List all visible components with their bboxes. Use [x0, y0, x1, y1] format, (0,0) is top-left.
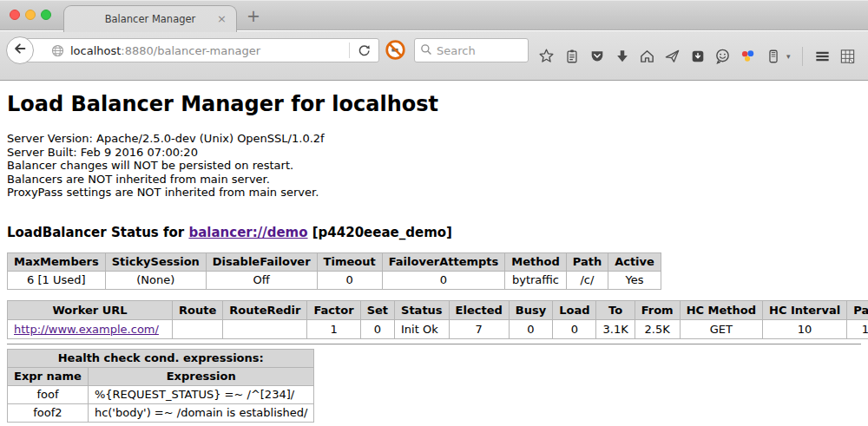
- col-disablefailover: DisableFailover: [206, 252, 317, 271]
- status-heading-suffix: [p4420eeae_demo]: [308, 225, 452, 240]
- cell-factor: 1: [307, 319, 360, 338]
- video-download-icon[interactable]: [689, 48, 706, 64]
- menu-hamburger-icon[interactable]: [814, 48, 831, 64]
- health-table-row: foof %{REQUEST_STATUS} =~ /^[234]/: [8, 385, 314, 403]
- toolbar-divider: [802, 47, 803, 66]
- overflow-caret-icon[interactable]: ▾: [786, 52, 791, 61]
- worker-table-row: http://www.example.com/ 1 0 Init Ok 7 0 …: [8, 319, 868, 338]
- col-routeredir: RouteRedir: [223, 300, 307, 319]
- col-expression: Expression: [88, 367, 314, 385]
- container-extension-icon[interactable]: [765, 48, 781, 64]
- cell-timeout: 0: [317, 271, 382, 289]
- reload-icon[interactable]: [357, 43, 372, 58]
- cell-expr-name-foof: foof: [8, 385, 89, 403]
- col-expr-name: Expr name: [8, 367, 89, 385]
- home-icon[interactable]: [639, 48, 655, 64]
- cell-busy: 0: [509, 319, 552, 338]
- search-input[interactable]: [437, 44, 523, 57]
- window-minimize-button[interactable]: [25, 10, 36, 20]
- health-table-row: foof2 hc('body') =~ /domain is establish…: [8, 403, 314, 422]
- cell-load: 0: [553, 319, 596, 338]
- col-status: Status: [395, 300, 450, 319]
- balancer-demo-link[interactable]: balancer://demo: [188, 225, 307, 240]
- cell-path: /c/: [566, 271, 608, 289]
- cell-method: bytraffic: [505, 271, 566, 289]
- health-table-caption: Health check cond. expressions:: [8, 349, 314, 367]
- pocket-icon[interactable]: [589, 48, 605, 64]
- server-built-line: Server Built: Feb 9 2016 07:00:20: [7, 146, 861, 160]
- tab-title: Balancer Manager: [105, 13, 196, 25]
- worker-table-header-row: Worker URL Route RouteRedir Factor Set S…: [8, 300, 868, 319]
- cell-elected: 7: [449, 319, 509, 338]
- bookmark-star-icon[interactable]: [538, 48, 555, 64]
- balancer-table-header-row: MaxMembers StickySession DisableFailover…: [8, 252, 661, 271]
- cell-status: Init Ok: [395, 319, 450, 338]
- col-hc-method: HC Method: [680, 300, 762, 319]
- col-set: Set: [360, 300, 394, 319]
- cell-hc-method: GET: [680, 319, 762, 338]
- cell-from: 2.5K: [635, 319, 680, 338]
- cell-maxmembers: 6 [1 Used]: [8, 271, 106, 289]
- col-timeout: Timeout: [317, 252, 382, 271]
- tab-bar: Balancer Manager × +: [0, 0, 868, 30]
- back-arrow-icon: [12, 41, 28, 60]
- cell-hc-interval: 10: [763, 319, 847, 338]
- window-close-button[interactable]: [10, 10, 20, 20]
- downloads-icon[interactable]: [614, 48, 630, 64]
- col-busy: Busy: [509, 300, 552, 319]
- proxypass-notice-line: ProxyPass settings are NOT inherited fro…: [7, 186, 861, 200]
- col-method: Method: [505, 252, 566, 271]
- browser-window: Balancer Manager × + localhost:8880/bala…: [0, 0, 868, 426]
- cell-failoverattempts: 0: [382, 271, 505, 289]
- col-load: Load: [553, 300, 596, 319]
- cell-to: 3.1K: [596, 319, 635, 338]
- worker-url-link[interactable]: http://www.example.com/: [14, 323, 159, 336]
- globe-icon: [51, 44, 64, 57]
- server-info: Server Version: Apache/2.5.0-dev (Unix) …: [7, 132, 861, 200]
- cell-expression-foof2: hc('body') =~ /domain is established/: [88, 403, 314, 422]
- balancers-notice-line: Balancers are NOT inherited from main se…: [7, 173, 861, 187]
- page-content: Load Balancer Manager for localhost Serv…: [0, 82, 868, 426]
- colored-dots-extension-icon[interactable]: [740, 48, 756, 64]
- health-table-header-row: Expr name Expression: [8, 367, 314, 385]
- worker-status-table: Worker URL Route RouteRedir Factor Set S…: [7, 300, 868, 339]
- chat-smiley-icon[interactable]: [714, 48, 731, 64]
- search-box[interactable]: [414, 38, 529, 62]
- col-path: Path: [566, 252, 608, 271]
- new-tab-button[interactable]: +: [244, 6, 263, 25]
- search-icon: [420, 43, 432, 59]
- health-check-table: Health check cond. expressions: Expr nam…: [7, 349, 314, 423]
- cell-set: 0: [360, 319, 394, 338]
- col-active: Active: [608, 252, 661, 271]
- toolbar-action-icons: ▾: [538, 31, 856, 81]
- tile-pages-icon[interactable]: [839, 48, 856, 64]
- window-zoom-button[interactable]: [41, 10, 51, 20]
- col-from: From: [635, 300, 680, 319]
- loadbalancer-status-heading: LoadBalancer Status for balancer://demo …: [7, 225, 861, 240]
- page-title: Load Balancer Manager for localhost: [7, 92, 861, 116]
- url-path: :8880/balancer-manager: [121, 44, 260, 57]
- back-button[interactable]: [6, 36, 34, 64]
- cell-expr-name-foof2: foof2: [8, 403, 89, 422]
- url-host: localhost: [70, 44, 121, 57]
- tab-balancer-manager[interactable]: Balancer Manager ×: [63, 5, 237, 32]
- cell-route: [173, 319, 223, 338]
- tab-close-icon[interactable]: ×: [217, 13, 227, 25]
- divider-rule: [7, 344, 861, 345]
- server-version-line: Server Version: Apache/2.5.0-dev (Unix) …: [7, 132, 861, 146]
- cell-expression-foof: %{REQUEST_STATUS} =~ /^[234]/: [88, 385, 314, 403]
- plugin-blocked-icon[interactable]: [385, 39, 406, 61]
- navigation-toolbar: localhost:8880/balancer-manager: [0, 31, 868, 81]
- col-hc-interval: HC Interval: [763, 300, 847, 319]
- url-bar[interactable]: localhost:8880/balancer-manager: [21, 38, 379, 62]
- cell-passes: 1 (0): [847, 319, 868, 338]
- col-to: To: [596, 300, 635, 319]
- balancer-settings-table: MaxMembers StickySession DisableFailover…: [7, 252, 661, 290]
- col-stickysession: StickySession: [105, 252, 206, 271]
- cell-routeredir: [223, 319, 307, 338]
- col-maxmembers: MaxMembers: [8, 252, 106, 271]
- urlbar-divider: [349, 43, 350, 58]
- reading-list-icon[interactable]: [563, 48, 580, 64]
- health-table-caption-row: Health check cond. expressions:: [8, 349, 314, 367]
- send-to-device-icon[interactable]: [664, 48, 681, 64]
